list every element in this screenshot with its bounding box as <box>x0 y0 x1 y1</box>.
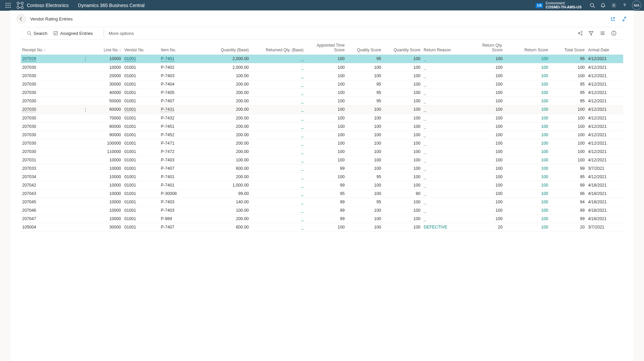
collapse-icon[interactable] <box>621 15 628 22</box>
cell-receipt[interactable]: 105004 <box>22 225 36 229</box>
cell-rscore[interactable]: 100 <box>504 189 550 198</box>
cell-rscore[interactable]: 100 <box>504 80 550 88</box>
cell-reason[interactable]: _ <box>423 114 473 122</box>
cell-vendor[interactable]: 01001 <box>125 225 136 229</box>
cell-vendor[interactable]: 01001 <box>125 65 136 70</box>
cell-rqty[interactable]: _ <box>251 105 305 114</box>
col-qtyscore[interactable]: Quantity Score <box>383 40 423 54</box>
cell-rscore[interactable]: 100 <box>504 97 550 105</box>
cell-rqty[interactable]: _ <box>251 139 305 147</box>
cell-receipt[interactable]: 207030 <box>22 99 36 103</box>
cell-rscore[interactable]: 100 <box>504 54 550 63</box>
cell-receipt[interactable]: 207030 <box>22 107 36 112</box>
col-total[interactable]: Total Score <box>550 40 587 54</box>
cell-reason[interactable]: _ <box>423 189 473 198</box>
cell-rscore[interactable]: 100 <box>504 156 550 164</box>
cell-receipt[interactable]: 207030 <box>22 90 36 95</box>
cell-item[interactable]: P-7401 <box>161 56 174 61</box>
cell-vendor[interactable]: 01001 <box>125 166 136 171</box>
table-row[interactable]: 2070308000001001P-7451200.00_100100100_1… <box>21 122 623 131</box>
cell-item[interactable]: P-989 <box>161 216 172 221</box>
cell-receipt[interactable]: 207030 <box>22 73 36 78</box>
app-launcher-icon[interactable] <box>3 0 13 11</box>
cell-reason[interactable]: _ <box>423 131 473 139</box>
cell-reason[interactable]: _ <box>423 122 473 131</box>
table-row[interactable]: 2070421000001001P-74011,000.00_99100100_… <box>21 181 623 189</box>
cell-receipt[interactable]: 207030 <box>22 65 36 70</box>
search-button[interactable]: Search <box>27 31 47 36</box>
cell-item[interactable]: P-7451 <box>161 124 174 129</box>
row-actions-button[interactable] <box>80 139 91 147</box>
cell-item[interactable]: P-7431 <box>161 107 174 112</box>
cell-rqty[interactable]: _ <box>251 80 305 88</box>
table-row[interactable]: 2070461000001001P-7403100.00_99100100_10… <box>21 206 623 214</box>
cell-item[interactable]: P-7401 <box>161 174 174 179</box>
table-row[interactable]: 20703010000001001P-7471200.00_100100100_… <box>21 139 623 147</box>
cell-reason[interactable]: _ <box>423 97 473 105</box>
cell-item[interactable]: P-7404 <box>161 82 174 87</box>
cell-rscore[interactable]: 100 <box>504 63 550 71</box>
col-qty[interactable]: Quantity (Base) <box>205 40 251 54</box>
cell-receipt[interactable]: 207030 <box>22 133 36 137</box>
row-actions-button[interactable] <box>80 122 91 131</box>
row-actions-button[interactable]: ⋮ <box>80 105 91 114</box>
cell-reason[interactable]: _ <box>423 198 473 206</box>
cell-reason[interactable]: _ <box>423 214 473 223</box>
cell-reason[interactable]: _ <box>423 181 473 189</box>
col-ats[interactable]: Appointed Time Score <box>306 40 347 54</box>
cell-rqty[interactable]: _ <box>251 189 305 198</box>
cell-vendor[interactable]: 01001 <box>125 73 136 78</box>
product-name[interactable]: Dynamics 365 Business Central <box>78 3 145 8</box>
cell-rscore[interactable]: 100 <box>504 198 550 206</box>
cell-rscore[interactable]: 100 <box>504 181 550 189</box>
more-options-button[interactable]: More options <box>109 31 134 36</box>
cell-item[interactable]: P-7403 <box>161 200 174 204</box>
row-actions-button[interactable] <box>80 97 91 105</box>
row-actions-button[interactable] <box>80 131 91 139</box>
cell-item[interactable]: P-7472 <box>161 149 174 154</box>
list-icon[interactable] <box>599 30 606 37</box>
table-row[interactable]: 207030⋮6000001001P-7431200.00_100100100_… <box>21 105 623 114</box>
cell-rqty[interactable]: _ <box>251 63 305 71</box>
share-icon[interactable] <box>576 30 583 37</box>
cell-reason[interactable]: _ <box>423 54 473 63</box>
cell-rqty[interactable]: _ <box>251 88 305 97</box>
table-row[interactable]: 2070431000001001P-3000899.00_9510090_100… <box>21 189 623 198</box>
cell-vendor[interactable]: 01001 <box>125 200 136 204</box>
col-rscore[interactable]: Return Score <box>504 40 550 54</box>
cell-vendor[interactable]: 01001 <box>125 107 136 112</box>
cell-vendor[interactable]: 01001 <box>125 133 136 137</box>
cell-receipt[interactable]: 207046 <box>22 208 36 213</box>
row-actions-button[interactable] <box>80 147 91 156</box>
col-quality[interactable]: Quality Score <box>347 40 383 54</box>
cell-receipt[interactable]: 207042 <box>22 183 36 188</box>
cell-reason[interactable]: _ <box>423 164 473 172</box>
cell-reason[interactable]: _ <box>423 206 473 214</box>
cell-reason[interactable]: _ <box>423 80 473 88</box>
cell-receipt[interactable]: 207031 <box>22 158 36 162</box>
table-container[interactable]: Receipt No. Line No. Vendor No. Item No.… <box>21 40 623 360</box>
table-row[interactable]: 2070302000001001P-7403100.00_100100100_1… <box>21 71 623 80</box>
table-row[interactable]: 2070305000001001P-7407200.00_10095100_10… <box>21 97 623 105</box>
row-actions-button[interactable] <box>80 164 91 172</box>
info-icon[interactable] <box>610 30 617 37</box>
filter-icon[interactable] <box>588 30 594 37</box>
cell-rqty[interactable]: _ <box>251 97 305 105</box>
col-rqtyscore[interactable]: Return Qty. Score <box>473 40 504 54</box>
row-actions-button[interactable] <box>80 172 91 181</box>
col-arrival[interactable]: Arrival Date <box>587 40 623 54</box>
table-row[interactable]: 2070331000001001P-7407600.00_99100100_10… <box>21 164 623 172</box>
table-row[interactable]: 2070471000001001P-989200.00_99100100_100… <box>21 214 623 223</box>
cell-rqty[interactable]: _ <box>251 131 305 139</box>
cell-vendor[interactable]: 01001 <box>125 174 136 179</box>
cell-rscore[interactable]: 100 <box>504 122 550 131</box>
cell-reason[interactable]: _ <box>423 71 473 80</box>
notifications-icon[interactable] <box>598 0 608 11</box>
cell-vendor[interactable]: 01001 <box>125 141 136 146</box>
table-row[interactable]: 2070304000001001P-7405200.00_10095100_10… <box>21 88 623 97</box>
cell-reason[interactable]: _ <box>423 88 473 97</box>
cell-receipt[interactable]: 207029 <box>22 56 36 61</box>
cell-rqty[interactable]: _ <box>251 54 305 63</box>
table-row[interactable]: 2070341000001001P-7401200.00_10095100_10… <box>21 172 623 181</box>
cell-rqty[interactable]: _ <box>251 223 305 231</box>
